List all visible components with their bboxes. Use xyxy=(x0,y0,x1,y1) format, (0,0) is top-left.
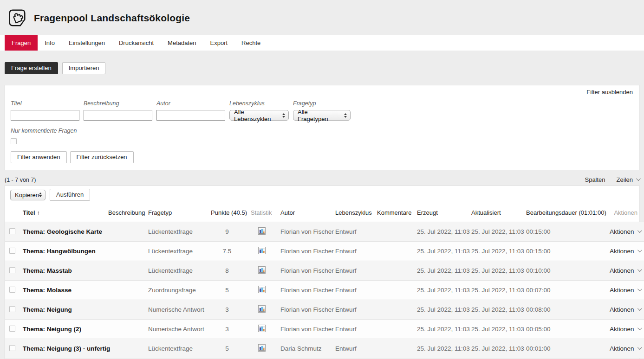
column-header-kommentare[interactable]: Kommentare xyxy=(373,204,413,222)
table-row: Thema: Neigung (2) Numerische Antwort 3 … xyxy=(5,320,644,339)
tab-druckansicht[interactable]: Druckansicht xyxy=(112,35,161,51)
filter-field-lifecycle: Lebenszyklus Alle Lebenszyklen xyxy=(229,100,289,121)
filter-buttons: Filter anwenden Filter zurücksetzen xyxy=(11,151,632,163)
column-header-fragetyp[interactable]: Fragetyp xyxy=(144,204,207,222)
app-header: Fragenpool Landschaftsökologie xyxy=(0,0,644,35)
title-filter-input[interactable] xyxy=(11,110,79,121)
row-actions-dropdown[interactable]: Aktionen xyxy=(610,248,641,255)
question-title-link[interactable]: Thema: Neigung (3) - unfertig xyxy=(19,339,104,359)
chevron-down-icon xyxy=(637,287,642,291)
question-title-link[interactable]: Thema: Neigung (2) xyxy=(19,320,104,339)
row-actions-dropdown[interactable]: Aktionen xyxy=(610,306,641,313)
statistics-icon[interactable] xyxy=(258,344,266,353)
questions-table: Titel↑ Beschreibung Fragetyp Punkte (40.… xyxy=(5,204,644,358)
column-header-erzeugt[interactable]: Erzeugt xyxy=(413,204,468,222)
column-header-autor[interactable]: Autor xyxy=(277,204,332,222)
header-checkbox-spacer xyxy=(5,204,19,222)
hide-filter-link[interactable]: Filter ausblenden xyxy=(586,89,633,96)
questiontype-select[interactable]: Alle Fragetypen xyxy=(293,110,351,121)
row-actions-dropdown[interactable]: Aktionen xyxy=(610,287,641,294)
row-checkbox[interactable] xyxy=(9,248,15,254)
filter-field-questiontype: Fragetyp Alle Fragetypen xyxy=(293,100,351,121)
statistics-icon[interactable] xyxy=(258,286,266,295)
statistics-icon[interactable] xyxy=(258,266,266,275)
question-title-link[interactable]: Thema: Neigung xyxy=(19,300,104,320)
column-header-aktionen: Aktionen xyxy=(606,204,644,222)
questiontype-filter-label: Fragetyp xyxy=(293,100,351,107)
tab-fragen[interactable]: Fragen xyxy=(5,35,38,51)
chevron-down-icon xyxy=(637,306,642,311)
chevron-down-icon xyxy=(637,326,642,330)
column-header-beschreibung[interactable]: Beschreibung xyxy=(104,204,144,222)
bulk-action-row-top: Kopieren Ausführen xyxy=(5,186,639,204)
statistics-icon[interactable] xyxy=(258,305,266,314)
column-header-aktualisiert[interactable]: Aktualisiert xyxy=(468,204,522,222)
reset-filter-button[interactable]: Filter zurücksetzen xyxy=(70,151,134,163)
tab-export[interactable]: Export xyxy=(203,35,235,51)
table-row: Thema: Neigung (3) - unfertig Lückentext… xyxy=(5,339,644,359)
select-arrows-icon xyxy=(282,113,285,118)
filter-field-author: Autor xyxy=(156,100,225,121)
row-actions-dropdown[interactable]: Aktionen xyxy=(610,345,641,352)
chevron-down-icon xyxy=(636,176,641,181)
table-row: Thema: Neigung Numerische Antwort 3 Flor… xyxy=(5,300,644,320)
import-button[interactable]: Importieren xyxy=(62,62,106,74)
question-title-link[interactable]: Thema: Geologische Karte xyxy=(19,222,104,242)
row-actions-dropdown[interactable]: Aktionen xyxy=(610,267,641,274)
column-header-statistik: Statistik xyxy=(247,204,277,222)
create-question-button[interactable]: Frage erstellen xyxy=(5,62,58,74)
tab-rechte[interactable]: Rechte xyxy=(234,35,267,51)
execute-button-top[interactable]: Ausführen xyxy=(50,189,90,201)
description-filter-label: Beschreibung xyxy=(84,100,152,107)
chevron-down-icon xyxy=(637,267,642,272)
rows-selector-link[interactable]: Zeilen xyxy=(617,176,639,183)
question-pool-icon xyxy=(7,7,28,29)
row-checkbox[interactable] xyxy=(9,345,15,351)
row-actions-dropdown[interactable]: Aktionen xyxy=(610,326,641,333)
questions-table-box: Kopieren Ausführen Titel↑ Beschreibung F… xyxy=(5,185,639,359)
row-actions-dropdown[interactable]: Aktionen xyxy=(610,228,641,235)
table-meta-row: (1 - 7 von 7) Spalten Zeilen xyxy=(5,176,639,183)
bulk-action-select-top[interactable]: Kopieren xyxy=(10,190,46,200)
question-title-link[interactable]: Thema: Molasse xyxy=(19,281,104,300)
tab-info[interactable]: Info xyxy=(38,35,62,51)
toolbar: Frage erstellen Importieren xyxy=(5,62,644,74)
question-title-link[interactable]: Thema: Hangwölbungen xyxy=(19,242,104,261)
filter-field-description: Beschreibung xyxy=(84,100,152,121)
row-checkbox[interactable] xyxy=(9,267,15,273)
table-row: Thema: Hangwölbungen Lückentextfrage 7.5… xyxy=(5,242,644,261)
tab-einstellungen[interactable]: Einstellungen xyxy=(62,35,112,51)
author-filter-label: Autor xyxy=(156,100,225,107)
tab-metadaten[interactable]: Metadaten xyxy=(161,35,203,51)
column-header-punkte[interactable]: Punkte (40.5) xyxy=(207,204,247,222)
column-header-lebenszyklus[interactable]: Lebenszyklus xyxy=(332,204,373,222)
commented-filter-checkbox[interactable] xyxy=(11,138,17,144)
statistics-icon[interactable] xyxy=(258,325,266,333)
column-header-titel[interactable]: Titel↑ xyxy=(19,204,104,222)
author-filter-input[interactable] xyxy=(156,110,225,121)
question-title-link[interactable]: Thema: Masstab xyxy=(19,261,104,281)
filter-fields: Titel Beschreibung Autor Lebenszyklus Al… xyxy=(11,100,632,121)
chevron-down-icon xyxy=(637,228,642,233)
statistics-icon[interactable] xyxy=(258,247,266,256)
table-header-row: Titel↑ Beschreibung Fragetyp Punkte (40.… xyxy=(5,204,644,222)
result-range-top: (1 - 7 von 7) xyxy=(5,177,36,183)
columns-selector-link[interactable]: Spalten xyxy=(585,176,605,183)
apply-filter-button[interactable]: Filter anwenden xyxy=(11,151,67,163)
lifecycle-select[interactable]: Alle Lebenszyklen xyxy=(229,110,289,121)
table-row: Thema: Masstab Lückentextfrage 8 Florian… xyxy=(5,261,644,281)
select-arrows-icon xyxy=(39,192,42,197)
tab-bar: Fragen Info Einstellungen Druckansicht M… xyxy=(0,35,644,51)
row-checkbox[interactable] xyxy=(9,326,15,332)
chevron-down-icon xyxy=(637,248,642,252)
column-header-bearbeitungsdauer[interactable]: Bearbeitungsdauer (01:01:00) xyxy=(522,204,606,222)
row-checkbox[interactable] xyxy=(9,287,15,293)
statistics-icon[interactable] xyxy=(258,227,266,236)
description-filter-input[interactable] xyxy=(84,110,152,121)
table-row: Thema: Geologische Karte Lückentextfrage… xyxy=(5,222,644,242)
row-checkbox[interactable] xyxy=(9,306,15,312)
questiontype-select-value: Alle Fragetypen xyxy=(298,109,339,122)
page-title: Fragenpool Landschaftsökologie xyxy=(34,13,190,24)
sort-ascending-icon: ↑ xyxy=(37,209,40,216)
row-checkbox[interactable] xyxy=(9,228,15,234)
